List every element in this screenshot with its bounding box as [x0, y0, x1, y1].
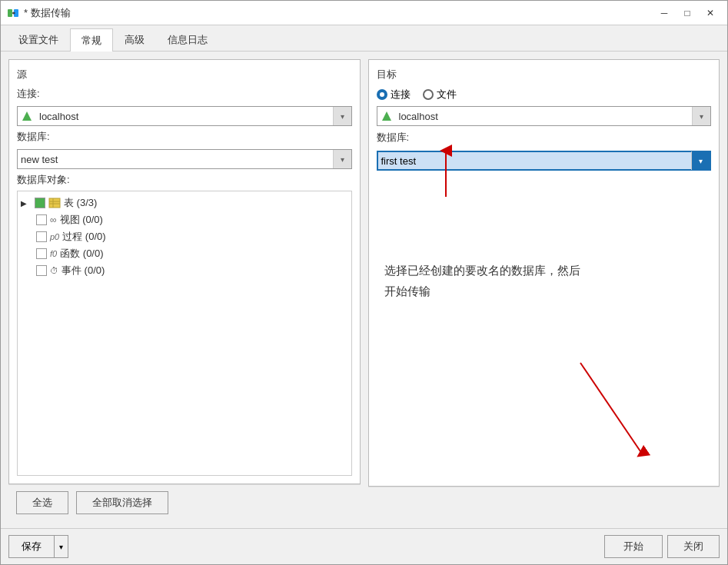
- arrow-down-annotation: [565, 355, 657, 463]
- save-button[interactable]: 保存: [8, 535, 54, 558]
- source-connection-value: localhost: [36, 111, 333, 122]
- source-conn-icon: [18, 107, 36, 125]
- svg-line-13: [580, 363, 642, 454]
- file-radio-label: 文件: [437, 88, 457, 101]
- target-database-dropdown[interactable]: ▾: [691, 151, 710, 170]
- close-button[interactable]: 关闭: [667, 535, 720, 558]
- procedure-icon: p0: [50, 232, 59, 241]
- tree-item-function[interactable]: f0 函数 (0/0): [21, 245, 348, 262]
- tab-general[interactable]: 常规: [70, 28, 113, 52]
- tree-label-function: 函数 (0/0): [60, 247, 103, 261]
- footer-left: 保存 ▾: [8, 535, 68, 558]
- left-section: 源 连接: localhost ▾ 数据库: new test: [8, 59, 361, 520]
- tree-label-view: 视图 (0/0): [60, 213, 103, 227]
- tree-arrow-table[interactable]: ▶: [21, 199, 32, 208]
- left-bottom-buttons: 全选 全部取消选择: [8, 484, 361, 520]
- instruction-area: 选择已经创建的要改名的数据库，然后开始传输: [377, 237, 712, 301]
- close-window-button[interactable]: ✕: [700, 4, 721, 22]
- leaf-icon: [21, 110, 33, 122]
- instruction-text: 选择已经创建的要改名的数据库，然后开始传输: [384, 260, 712, 301]
- right-panel: 目标 连接 文件: [368, 59, 720, 487]
- svg-rect-5: [49, 198, 60, 208]
- maximize-button[interactable]: □: [676, 4, 698, 22]
- save-dropdown-button[interactable]: ▾: [54, 535, 68, 558]
- tree-label-event: 事件 (0/0): [61, 264, 105, 278]
- target-conn-icon: [377, 107, 396, 125]
- footer-right: 开始 关闭: [604, 535, 720, 558]
- tree-item-procedure[interactable]: p0 过程 (0/0): [21, 228, 348, 245]
- source-connection-combo[interactable]: localhost ▾: [17, 106, 352, 126]
- function-icon: f0: [50, 249, 57, 258]
- app-icon: [7, 7, 19, 19]
- target-leaf-icon: [381, 110, 393, 122]
- right-section: 目标 连接 文件: [368, 59, 720, 520]
- target-connection-dropdown[interactable]: ▾: [692, 107, 710, 125]
- tree-label-procedure: 过程 (0/0): [62, 230, 105, 244]
- title-bar-left: * 数据传输: [7, 6, 71, 20]
- tab-settings-file[interactable]: 设置文件: [7, 28, 70, 51]
- window-title: * 数据传输: [24, 6, 71, 20]
- tree-label-table: 表 (3/3): [64, 196, 97, 210]
- tree-item-table[interactable]: ▶ 表 (3/3): [21, 194, 348, 211]
- select-all-button[interactable]: 全选: [16, 491, 68, 514]
- footer: 保存 ▾ 开始 关闭: [1, 528, 727, 564]
- right-bottom-spacer: [368, 487, 720, 520]
- source-database-combo[interactable]: new test ▾: [17, 149, 352, 169]
- title-controls: ─ □ ✕: [653, 4, 721, 22]
- minimize-button[interactable]: ─: [653, 4, 675, 22]
- menu-bar: 设置文件 常规 高级 信息日志: [1, 25, 727, 52]
- save-button-group: 保存 ▾: [8, 535, 68, 558]
- table-icon: [48, 197, 61, 209]
- radio-group: 连接 文件: [377, 88, 712, 101]
- connection-radio[interactable]: [377, 89, 387, 100]
- panels-row: 源 连接: localhost ▾ 数据库: new test: [1, 52, 727, 528]
- svg-rect-0: [8, 9, 12, 17]
- source-database-label: 数据库:: [17, 130, 352, 144]
- main-content: 源 连接: localhost ▾ 数据库: new test: [1, 52, 727, 564]
- source-title: 源: [17, 68, 352, 81]
- tree-item-event[interactable]: ⏱ 事件 (0/0): [21, 262, 348, 279]
- deselect-all-button[interactable]: 全部取消选择: [76, 491, 168, 514]
- event-icon: ⏱: [50, 266, 58, 275]
- target-title: 目标: [377, 68, 712, 81]
- arrow-up-annotation: [415, 145, 477, 198]
- main-window: * 数据传输 ─ □ ✕ 设置文件 常规 高级 信息日志 源 连接:: [0, 0, 728, 565]
- tree-checkbox-event[interactable]: [36, 265, 47, 276]
- objects-label: 数据库对象:: [17, 173, 352, 187]
- left-panel: 源 连接: localhost ▾ 数据库: new test: [8, 59, 361, 484]
- tree-item-view[interactable]: ∞ 视图 (0/0): [21, 211, 348, 228]
- file-radio[interactable]: [423, 89, 434, 100]
- connection-radio-item[interactable]: 连接: [377, 88, 411, 101]
- tab-info-log[interactable]: 信息日志: [156, 28, 219, 51]
- source-connection-label: 连接:: [17, 87, 352, 101]
- tree-checkbox-view[interactable]: [36, 214, 47, 225]
- target-database-label: 数据库:: [377, 131, 712, 145]
- connection-radio-label: 连接: [391, 88, 411, 101]
- file-radio-item[interactable]: 文件: [423, 88, 457, 101]
- target-connection-combo[interactable]: localhost ▾: [377, 106, 712, 126]
- svg-marker-4: [22, 111, 32, 121]
- source-database-value: new test: [18, 154, 333, 165]
- svg-marker-9: [382, 111, 391, 121]
- tree-checkbox-procedure[interactable]: [36, 231, 47, 242]
- view-icon: ∞: [50, 214, 57, 225]
- source-database-dropdown[interactable]: ▾: [333, 150, 351, 168]
- source-connection-dropdown[interactable]: ▾: [333, 107, 351, 125]
- target-connection-value: localhost: [396, 111, 693, 122]
- tree-checkbox-function[interactable]: [36, 248, 47, 259]
- start-button[interactable]: 开始: [604, 535, 663, 558]
- tree-checkbox-table[interactable]: [35, 198, 45, 208]
- tree-area: ▶ 表 (3/3): [17, 191, 352, 476]
- title-bar: * 数据传输 ─ □ ✕: [1, 1, 727, 25]
- tab-advanced[interactable]: 高级: [113, 28, 156, 51]
